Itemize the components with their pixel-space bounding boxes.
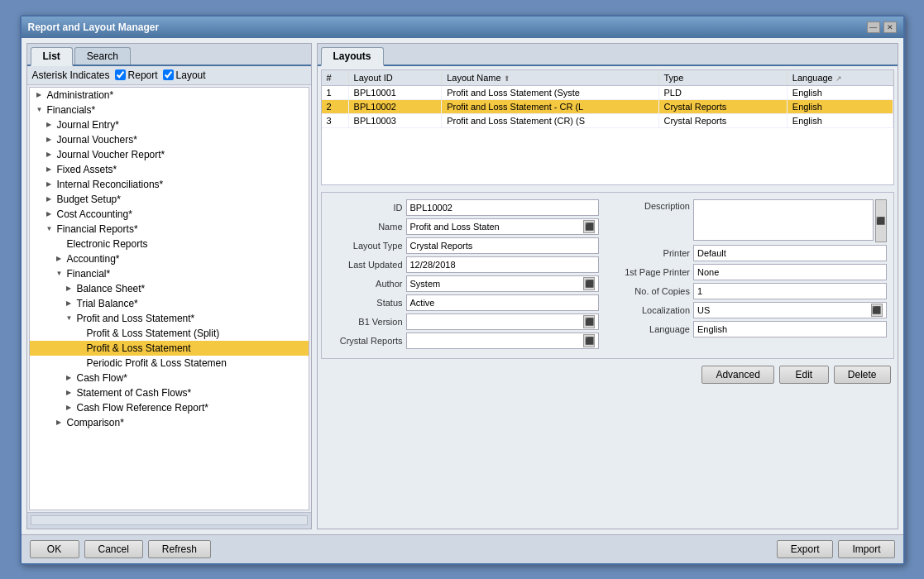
cell-type: Crystal Reports [658, 113, 787, 127]
refresh-button[interactable]: Refresh [148, 540, 211, 558]
tree-label: Profit and Loss Statement* [77, 313, 195, 324]
first-page-printer-input[interactable]: None [693, 264, 887, 280]
tree-item-financial-reports[interactable]: ▼ Financial Reports* [30, 222, 309, 237]
layout-checkbox[interactable] [163, 69, 174, 80]
layout-table-container[interactable]: # Layout ID Layout Name ⬆ Type Language … [321, 69, 894, 185]
b1-version-label: B1 Version [328, 317, 403, 327]
col-header-layout-id[interactable]: Layout ID [348, 70, 442, 86]
tree-item-budget-setup[interactable]: ▶ Budget Setup* [30, 192, 309, 207]
export-button[interactable]: Export [777, 540, 834, 558]
table-row[interactable]: 1 BPL10001 Profit and Loss Statement (Sy… [322, 85, 893, 99]
printer-label: Printer [615, 248, 690, 258]
arrow-icon: ▶ [46, 121, 55, 128]
horizontal-scrollbar[interactable] [31, 515, 308, 525]
tree-item-periodic-pls[interactable]: Periodic Profit & Loss Statemen [30, 356, 309, 371]
author-label: Author [328, 279, 403, 289]
minimize-button[interactable]: — [867, 22, 880, 33]
tree-item-journal-entry[interactable]: ▶ Journal Entry* [30, 117, 309, 132]
crystal-reports-browse-btn[interactable]: ⬛ [583, 334, 595, 347]
col-header-num[interactable]: # [322, 70, 349, 86]
delete-button[interactable]: Delete [834, 366, 891, 384]
description-input[interactable] [693, 199, 874, 241]
import-button[interactable]: Import [838, 540, 894, 558]
tree-item-cash-flow-reference[interactable]: ▶ Cash Flow Reference Report* [30, 400, 309, 415]
tree-item-profit-loss[interactable]: ▼ Profit and Loss Statement* [30, 311, 309, 326]
tab-list[interactable]: List [31, 47, 73, 66]
cell-type: Crystal Reports [658, 99, 787, 113]
tree-label: Budget Setup* [57, 194, 121, 205]
tree-item-trial-balance[interactable]: ▶ Trial Balance* [30, 296, 309, 311]
edit-button[interactable]: Edit [779, 366, 829, 384]
b1-version-input[interactable]: ⬛ [406, 313, 600, 330]
arrow-icon: ▼ [66, 314, 74, 322]
layout-checkbox-label[interactable]: Layout [163, 69, 206, 81]
advanced-button[interactable]: Advanced [701, 366, 773, 384]
tree-item-cash-flow[interactable]: ▶ Cash Flow* [30, 371, 309, 385]
name-browse-btn[interactable]: ⬛ [583, 220, 595, 233]
tree-item-internal-reconciliations[interactable]: ▶ Internal Reconciliations* [30, 177, 309, 192]
col-header-layout-name[interactable]: Layout Name ⬆ [442, 70, 658, 86]
author-input[interactable]: System ⬛ [406, 275, 600, 292]
id-label: ID [328, 203, 403, 213]
tree-label: Trial Balance* [77, 298, 138, 309]
field-printer: Printer Default [615, 245, 887, 261]
crystal-reports-input[interactable]: ⬛ [406, 333, 600, 349]
detail-right-col: Description ⬛ Printer Default [615, 199, 887, 352]
field-id: ID BPL10002 [328, 199, 600, 216]
field-first-page-printer: 1st Page Printer None [615, 264, 887, 280]
id-input[interactable]: BPL10002 [406, 199, 600, 216]
col-header-language[interactable]: Language ↗ [787, 70, 893, 86]
tree-item-financial-sub[interactable]: ▼ Financial* [30, 266, 309, 281]
bottom-right-buttons: Export Import [777, 540, 895, 558]
tree-item-administration[interactable]: ▶ Administration* [30, 88, 309, 103]
detail-left-col: ID BPL10002 Name Profit and Loss Staten … [328, 199, 600, 352]
layout-type-input[interactable]: Crystal Reports [406, 237, 600, 254]
tree-label: Profit & Loss Statement [87, 342, 191, 354]
tree-item-journal-vouchers[interactable]: ▶ Journal Vouchers* [30, 132, 309, 147]
detail-panel: ID BPL10002 Name Profit and Loss Staten … [321, 192, 894, 359]
tree-label: Journal Vouchers* [57, 134, 137, 146]
tree-container[interactable]: ▶ Administration* ▼ Financials* ▶ Journa… [29, 87, 309, 510]
language-input[interactable]: English [693, 321, 887, 337]
name-label: Name [328, 222, 403, 232]
tree-item-electronic-reports[interactable]: Electronic Reports [30, 237, 309, 251]
status-input[interactable]: Active [406, 294, 600, 311]
tree-item-balance-sheet[interactable]: ▶ Balance Sheet* [30, 281, 309, 296]
table-row[interactable]: 3 BPL10003 Profit and Loss Statement (CR… [322, 113, 893, 127]
bottom-left-buttons: OK Cancel Refresh [30, 540, 211, 558]
tree-item-journal-voucher-report[interactable]: ▶ Journal Voucher Report* [30, 147, 309, 162]
cancel-button[interactable]: Cancel [84, 540, 143, 558]
tree-label: Cost Accounting* [57, 208, 132, 220]
last-updated-input[interactable]: 12/28/2018 [406, 256, 600, 273]
tree-item-accounting[interactable]: ▶ Accounting* [30, 251, 309, 266]
table-row[interactable]: 2 BPL10002 Profit and Loss Statement - C… [322, 99, 893, 113]
arrow-icon: ▼ [36, 106, 45, 113]
cell-num: 2 [322, 99, 349, 113]
no-copies-input[interactable]: 1 [693, 283, 887, 299]
localization-browse-btn[interactable]: ⬛ [871, 304, 883, 317]
description-browse-btn[interactable]: ⬛ [875, 199, 887, 242]
col-header-type[interactable]: Type [658, 70, 787, 86]
report-checkbox[interactable] [115, 69, 126, 80]
tree-item-pls[interactable]: Profit & Loss Statement [30, 341, 309, 356]
tree-item-financials[interactable]: ▼ Financials* [30, 103, 309, 117]
status-label: Status [328, 298, 403, 308]
tree-label: Profit & Loss Statement (Split) [87, 328, 220, 339]
sort-icon-2: ↗ [835, 74, 842, 83]
author-browse-btn[interactable]: ⬛ [583, 277, 595, 290]
arrow-icon: ▶ [46, 136, 55, 143]
localization-input[interactable]: US ⬛ [693, 302, 887, 318]
close-button[interactable]: ✕ [883, 22, 897, 33]
tree-item-comparison[interactable]: ▶ Comparison* [30, 415, 309, 430]
printer-input[interactable]: Default [693, 245, 887, 261]
tree-item-statement-cash-flows[interactable]: ▶ Statement of Cash Flows* [30, 385, 309, 400]
ok-button[interactable]: OK [30, 540, 79, 558]
b1-version-browse-btn[interactable]: ⬛ [583, 315, 595, 328]
tree-item-cost-accounting[interactable]: ▶ Cost Accounting* [30, 207, 309, 222]
report-checkbox-label[interactable]: Report [115, 69, 158, 81]
tab-layouts[interactable]: Layouts [321, 47, 384, 66]
tree-item-pls-split[interactable]: Profit & Loss Statement (Split) [30, 326, 309, 341]
tree-item-fixed-assets[interactable]: ▶ Fixed Assets* [30, 162, 309, 177]
name-input[interactable]: Profit and Loss Staten ⬛ [406, 218, 600, 235]
tab-search[interactable]: Search [74, 47, 131, 65]
